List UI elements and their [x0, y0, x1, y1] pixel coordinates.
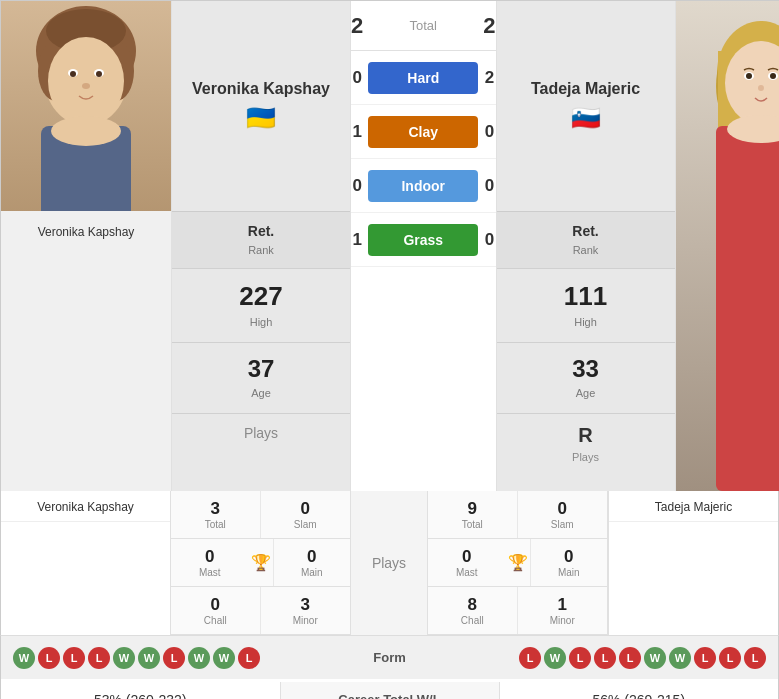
- svg-point-10: [70, 71, 76, 77]
- left-chall-cell: 0 Chall: [171, 587, 261, 634]
- left-high: 227: [239, 281, 282, 311]
- left-plays: Plays: [244, 425, 278, 441]
- svg-point-11: [96, 71, 102, 77]
- right-flag: 🇸🇮: [531, 104, 640, 132]
- left-form: W L L L W W L W W L: [13, 647, 330, 669]
- left-chall-val: 0: [175, 595, 256, 615]
- player-bottom-stats: Veronika Kapshay 3 Total 0 Slam 0 Mas: [0, 491, 779, 635]
- left-age: 37: [248, 355, 275, 382]
- career-wl-row: 53% (260-232) Career Total W/L 56% (269-…: [1, 679, 778, 699]
- svg-point-7: [48, 37, 124, 125]
- right-minor-val: 1: [522, 595, 604, 615]
- career-wl-label: Career Total W/L: [280, 682, 500, 699]
- center-column: 2 Total 2 0 Hard 2 1 Clay 0: [351, 1, 496, 491]
- left-total-val: 3: [175, 499, 256, 519]
- svg-text:Veronika Kapshay: Veronika Kapshay: [38, 225, 135, 239]
- left-form-8: W: [188, 647, 210, 669]
- left-form-5: W: [113, 647, 135, 669]
- total-row: 2 Total 2: [351, 1, 496, 51]
- clay-row: 1 Clay 0: [351, 105, 496, 159]
- right-form-2: W: [544, 647, 566, 669]
- left-main-lbl: Main: [278, 567, 347, 578]
- left-form-4: L: [88, 647, 110, 669]
- left-minor-cell: 3 Minor: [261, 587, 351, 634]
- grass-row: 1 Grass 0: [351, 213, 496, 267]
- right-form-7: W: [669, 647, 691, 669]
- center-filler: [351, 267, 496, 491]
- left-main-cell: 0 Main: [273, 539, 351, 586]
- right-slam-lbl: Slam: [522, 519, 604, 530]
- right-age: 33: [572, 355, 599, 382]
- left-plays-block: Plays: [172, 413, 350, 491]
- right-total-cell: 9 Total: [428, 491, 518, 538]
- right-high-label: High: [574, 316, 597, 328]
- right-ret-rank: Ret. Rank: [497, 211, 675, 268]
- clay-badge: Clay: [368, 116, 478, 148]
- center-plays-label: Plays: [372, 555, 406, 571]
- grass-score-left: 1: [351, 230, 363, 250]
- right-stats-panel: Tadeja Majeric 🇸🇮 Ret. Rank 111 High: [496, 1, 676, 491]
- right-total-val: 9: [432, 499, 513, 519]
- right-form-8: L: [694, 647, 716, 669]
- left-age-label: Age: [251, 387, 271, 399]
- left-minor-lbl: Minor: [265, 615, 347, 626]
- right-form-5: L: [619, 647, 641, 669]
- right-mast-cell: 0 Mast: [428, 539, 506, 586]
- left-form-9: W: [213, 647, 235, 669]
- right-form-4: L: [594, 647, 616, 669]
- left-high-block: 227 High: [172, 268, 350, 342]
- right-bottom-photo-area: Tadeja Majeric: [608, 491, 778, 635]
- svg-point-25: [746, 73, 752, 79]
- clay-score-left: 1: [351, 122, 363, 142]
- left-name-label: Veronika Kapshay: [1, 491, 170, 522]
- right-high-block: 111 High: [497, 268, 675, 342]
- right-age-block: 33 Age: [497, 342, 675, 413]
- left-form-7: L: [163, 647, 185, 669]
- right-form-6: W: [644, 647, 666, 669]
- bottom-stats-table: 53% (260-232) Career Total W/L 56% (269-…: [0, 679, 779, 699]
- form-row: W L L L W W L W W L Form L W L L L W W L…: [0, 635, 779, 679]
- right-plays-block: R Plays: [497, 413, 675, 491]
- grass-badge: Grass: [368, 224, 478, 256]
- left-minor-val: 3: [265, 595, 347, 615]
- left-chall-lbl: Chall: [175, 615, 256, 626]
- right-plays: R: [578, 424, 592, 446]
- right-form-1: L: [519, 647, 541, 669]
- left-player-name: Veronika Kapshay: [192, 80, 330, 98]
- left-total-lbl: Total: [175, 519, 256, 530]
- svg-rect-28: [716, 126, 780, 491]
- right-chall-cell: 8 Chall: [428, 587, 518, 634]
- left-ret: Ret.: [248, 223, 274, 239]
- right-name-under: Tadeja Majeric: [655, 500, 732, 514]
- left-player-photo: Veronika Kapshay: [1, 1, 171, 491]
- right-chall-val: 8: [432, 595, 513, 615]
- right-rank-label: Rank: [573, 244, 599, 256]
- right-total-lbl: Total: [432, 519, 513, 530]
- svg-point-27: [758, 85, 764, 91]
- left-slam-lbl: Slam: [265, 519, 347, 530]
- right-player-name: Tadeja Majeric: [531, 80, 640, 98]
- career-wl-left: 53% (260-232): [1, 682, 280, 700]
- right-mast-lbl: Mast: [432, 567, 502, 578]
- career-wl-right: 56% (269-215): [500, 682, 779, 700]
- indoor-row: 0 Indoor 0: [351, 159, 496, 213]
- right-slam-cell: 0 Slam: [518, 491, 608, 538]
- left-name-under: Veronika Kapshay: [37, 500, 134, 514]
- right-ret: Ret.: [572, 223, 598, 239]
- svg-rect-15: [1, 211, 171, 491]
- right-minor-lbl: Minor: [522, 615, 604, 626]
- left-form-10: L: [238, 647, 260, 669]
- center-plays-area: Plays: [351, 491, 428, 635]
- left-main-val: 0: [278, 547, 347, 567]
- left-form-6: W: [138, 647, 160, 669]
- left-mast-lbl: Mast: [175, 567, 245, 578]
- right-plays-label: Plays: [572, 451, 599, 463]
- page: Veronika Kapshay Veronika Kapshay 🇺🇦 Ret…: [0, 0, 779, 699]
- left-form-3: L: [63, 647, 85, 669]
- left-slam-cell: 0 Slam: [261, 491, 351, 538]
- right-slam-val: 0: [522, 499, 604, 519]
- right-main-lbl: Main: [535, 567, 604, 578]
- left-mast-val: 0: [175, 547, 245, 567]
- right-player-photo: [676, 1, 780, 491]
- trophy-icon-right: 🏆: [506, 549, 530, 576]
